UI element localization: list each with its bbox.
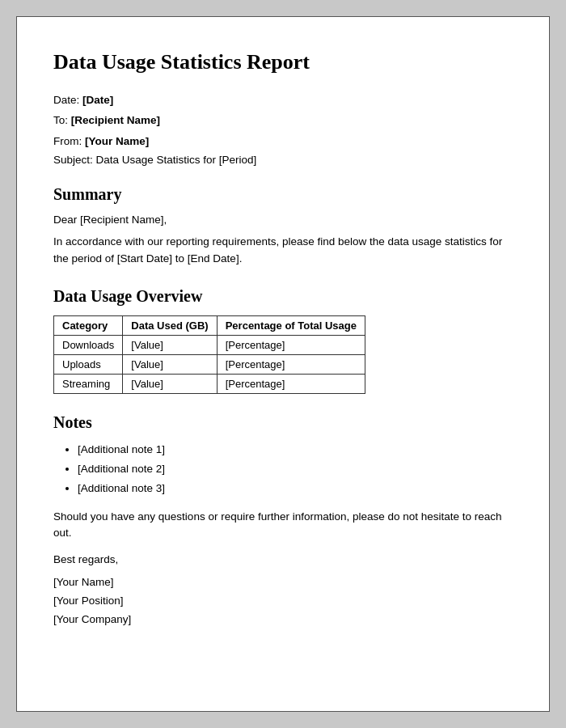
date-line: Date: [Date] <box>53 92 513 108</box>
from-value: [Your Name] <box>85 135 149 147</box>
cell-value-streaming: [Value] <box>123 374 217 393</box>
col-header-percentage: Percentage of Total Usage <box>217 315 365 335</box>
cell-pct-streaming: [Percentage] <box>217 374 365 393</box>
table-row: Uploads [Value] [Percentage] <box>54 354 365 374</box>
subject-label: Subject: Data Usage Statistics for [Peri… <box>53 154 256 166</box>
cell-pct-uploads: [Percentage] <box>217 354 365 374</box>
document-container: Data Usage Statistics Report Date: [Date… <box>16 16 550 712</box>
report-title: Data Usage Statistics Report <box>53 49 513 74</box>
signature-name: [Your Name] <box>53 574 513 592</box>
date-label: Date: <box>53 94 82 106</box>
notes-list: [Additional note 1] [Additional note 2] … <box>78 442 513 497</box>
best-regards: Best regards, <box>53 553 513 565</box>
table-header-row: Category Data Used (GB) Percentage of To… <box>54 315 365 335</box>
col-header-data-used: Data Used (GB) <box>123 315 217 335</box>
cell-pct-downloads: [Percentage] <box>217 335 365 354</box>
cell-value-downloads: [Value] <box>123 335 217 354</box>
summary-heading: Summary <box>53 185 513 204</box>
summary-body: In accordance with our reporting require… <box>53 234 513 268</box>
date-value: [Date] <box>82 94 113 106</box>
subject-line: Subject: Data Usage Statistics for [Peri… <box>53 154 513 166</box>
closing-paragraph: Should you have any questions or require… <box>53 509 513 543</box>
cell-value-uploads: [Value] <box>123 354 217 374</box>
to-line: To: [Recipient Name] <box>53 112 513 129</box>
dear-line: Dear [Recipient Name], <box>53 214 513 226</box>
notes-heading: Notes <box>53 413 513 432</box>
list-item: [Additional note 1] <box>78 442 513 458</box>
to-value: [Recipient Name] <box>71 114 160 126</box>
cell-category-streaming: Streaming <box>54 374 123 393</box>
from-label: From: <box>53 135 85 147</box>
signature-position: [Your Position] <box>53 592 513 611</box>
from-line: From: [Your Name] <box>53 133 513 150</box>
notes-section: Notes [Additional note 1] [Additional no… <box>53 413 513 497</box>
closing-section: Should you have any questions or require… <box>53 509 513 630</box>
col-header-category: Category <box>54 315 123 335</box>
overview-heading: Data Usage Overview <box>53 287 513 306</box>
list-item: [Additional note 2] <box>78 461 513 477</box>
table-row: Downloads [Value] [Percentage] <box>54 335 365 354</box>
cell-category-uploads: Uploads <box>54 354 123 374</box>
overview-section: Data Usage Overview Category Data Used (… <box>53 287 513 394</box>
data-table: Category Data Used (GB) Percentage of To… <box>53 315 365 394</box>
summary-section: Summary Dear [Recipient Name], In accord… <box>53 185 513 268</box>
list-item: [Additional note 3] <box>78 480 513 497</box>
table-row: Streaming [Value] [Percentage] <box>54 374 365 393</box>
signature-block: [Your Name] [Your Position] [Your Compan… <box>53 574 513 629</box>
cell-category-downloads: Downloads <box>54 335 123 354</box>
to-label: To: <box>53 114 71 126</box>
meta-section: Date: [Date] To: [Recipient Name] From: … <box>53 92 513 166</box>
signature-company: [Your Company] <box>53 611 513 629</box>
